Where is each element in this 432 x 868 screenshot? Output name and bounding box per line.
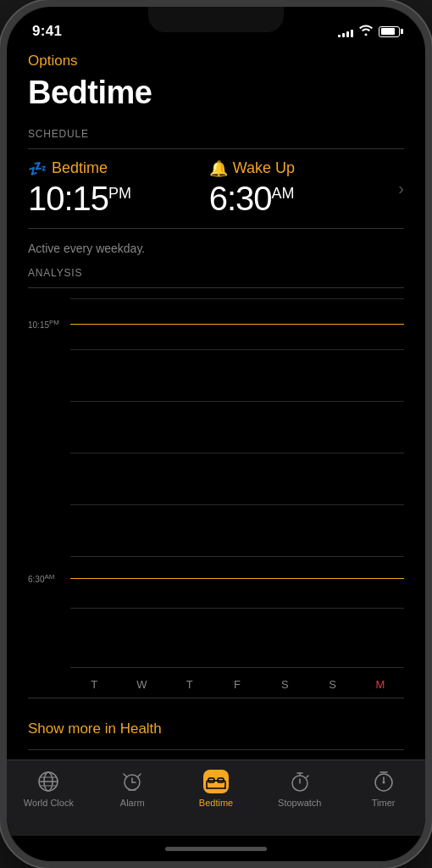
day-T1: T xyxy=(86,678,102,691)
bedtime-label: Bedtime xyxy=(52,159,108,177)
tab-timer[interactable]: Timer xyxy=(341,769,425,808)
home-indicator xyxy=(7,836,425,861)
alarm-icon xyxy=(119,769,145,794)
day-S1: S xyxy=(276,678,293,691)
wakeup-item[interactable]: 🔔 Wake Up 6:30AM xyxy=(209,159,390,218)
health-divider2 xyxy=(28,749,404,750)
schedule-row: 💤 Bedtime 10:15PM 🔔 Wake Up 6:30AM xyxy=(28,159,404,218)
bedtime-chart-label: 10:15PM xyxy=(28,320,59,330)
home-bar xyxy=(165,847,267,851)
chart-grid xyxy=(28,298,404,668)
schedule-chevron-icon: › xyxy=(390,179,404,198)
bedtime-tab-icon xyxy=(203,769,229,794)
bedtime-icon: 💤 xyxy=(28,159,47,178)
active-text: Active every weekday. xyxy=(28,242,404,255)
schedule-section-label: SCHEDULE xyxy=(28,128,404,140)
timer-label: Timer xyxy=(372,798,396,808)
bedtime-tab-label: Bedtime xyxy=(199,798,233,808)
day-F: F xyxy=(229,678,246,691)
wakeup-label: Wake Up xyxy=(233,159,295,177)
days-row: T W T F S S M xyxy=(28,671,404,698)
alarm-label: Alarm xyxy=(120,798,145,808)
wakeup-icon: 🔔 xyxy=(209,159,228,178)
wakeup-chart-label: 6:30AM xyxy=(28,575,54,584)
active-divider xyxy=(28,228,404,229)
tab-bar: World Clock Alarm xyxy=(7,760,425,836)
tab-stopwatch[interactable]: Stopwatch xyxy=(258,769,341,808)
tab-world-clock[interactable]: World Clock xyxy=(7,769,91,808)
status-icons xyxy=(338,25,400,38)
show-health-link[interactable]: Show more in Health xyxy=(28,709,404,749)
svg-line-8 xyxy=(124,774,126,776)
schedule-divider xyxy=(28,148,404,149)
wakeup-chart-line: 6:30AM xyxy=(28,570,404,586)
world-clock-icon xyxy=(36,769,61,794)
svg-point-23 xyxy=(382,782,385,784)
svg-line-20 xyxy=(307,776,308,777)
options-link[interactable]: Options xyxy=(28,53,404,70)
phone-frame: 9:41 xyxy=(0,0,432,868)
page-title: Bedtime xyxy=(28,75,404,111)
status-bar: 9:41 xyxy=(7,7,425,44)
day-S2: S xyxy=(324,678,341,691)
bedtime-item[interactable]: 💤 Bedtime 10:15PM xyxy=(28,159,209,218)
stopwatch-label: Stopwatch xyxy=(278,798,321,808)
tab-bedtime[interactable]: Bedtime xyxy=(174,769,258,808)
screen: 9:41 xyxy=(7,7,425,861)
analysis-section: ANALYSIS xyxy=(28,267,404,698)
battery-icon xyxy=(379,26,400,37)
day-W: W xyxy=(133,678,150,691)
bedtime-chart-line: 10:15PM xyxy=(28,316,404,331)
wakeup-time: 6:30AM xyxy=(209,180,390,218)
wifi-icon xyxy=(359,25,373,38)
timer-icon xyxy=(371,769,396,794)
analysis-divider xyxy=(28,287,404,288)
chart-area: 10:15PM 6:30AM xyxy=(28,298,404,668)
svg-line-9 xyxy=(138,774,141,776)
status-time: 9:41 xyxy=(32,23,62,40)
main-content: Options Bedtime SCHEDULE 💤 Bedtime 10:15… xyxy=(7,44,425,760)
signal-bars-icon xyxy=(338,26,353,37)
health-divider xyxy=(28,698,404,698)
world-clock-label: World Clock xyxy=(24,798,74,808)
analysis-section-label: ANALYSIS xyxy=(28,267,404,279)
day-M: M xyxy=(372,678,389,691)
bedtime-time: 10:15PM xyxy=(28,180,209,218)
day-T2: T xyxy=(181,678,198,691)
tab-alarm[interactable]: Alarm xyxy=(91,769,174,808)
stopwatch-icon xyxy=(287,769,313,794)
